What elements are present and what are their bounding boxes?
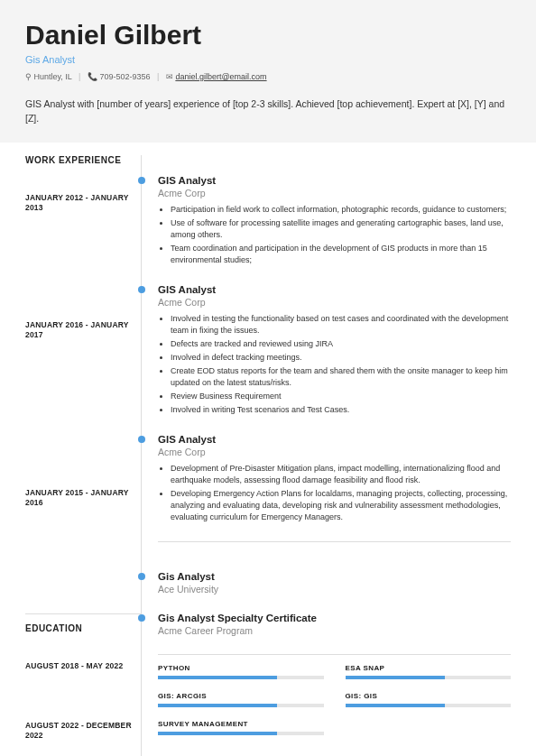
left-column: WORK EXPERIENCEJANUARY 2012 - JANUARY 20… [25, 155, 141, 757]
job-title: GIS Analyst [158, 434, 511, 445]
date-range: JANUARY 2012 - JANUARY 2013 [25, 193, 141, 215]
divider [158, 541, 511, 542]
skill-bar-fill [346, 676, 445, 679]
skill-item: GIS: ARCGIS [158, 692, 324, 707]
bullet-item: Team coordination and participation in t… [171, 243, 511, 266]
bullet-item: Involved in defect tracking meetings. [171, 352, 511, 364]
skill-name: PYTHON [158, 664, 324, 672]
email-link[interactable]: daniel.gilbert@email.com [175, 72, 266, 81]
bullet-list: Development of Pre-Disaster Mitigation p… [158, 463, 511, 523]
bullet-list: Participation in field work to collect i… [158, 204, 511, 266]
skill-bar [346, 676, 512, 679]
section-heading-edu: EDUCATION [25, 623, 141, 633]
edu-title: Gis Analyst [158, 571, 511, 582]
skill-bar-fill [158, 732, 277, 735]
skill-item: GIS: GIS [346, 692, 512, 707]
timeline-dot [138, 286, 145, 293]
bullet-item: Involved in testing the functionality ba… [171, 313, 511, 337]
content: WORK EXPERIENCEJANUARY 2012 - JANUARY 20… [0, 143, 536, 757]
company-name: Acme Corp [158, 447, 511, 457]
date-range: AUGUST 2022 - DECEMBER 2022 [25, 721, 141, 742]
skill-name: SURVEY MANAGEMENT [158, 720, 324, 728]
company-name: Acme Corp [158, 188, 511, 198]
skill-name: GIS: GIS [346, 692, 512, 700]
job-title: GIS Analyst [158, 175, 511, 186]
skill-bar [158, 704, 324, 707]
person-name: Daniel Gilbert [25, 20, 511, 51]
bullet-item: Developing Emergency Action Plans for lo… [171, 488, 511, 523]
divider [158, 654, 511, 655]
timeline-dot [138, 573, 145, 580]
skill-item: PYTHON [158, 664, 324, 679]
job-title-header: Gis Analyst [25, 54, 511, 65]
bullet-item: Defects are tracked and reviewed using J… [171, 338, 511, 350]
timeline-dot [138, 436, 145, 443]
divider [25, 613, 141, 614]
section-heading-work: WORK EXPERIENCE [25, 155, 141, 165]
right-column: GIS Analyst Acme Corp Participation in f… [141, 155, 511, 757]
mail-icon: ✉ [166, 72, 173, 81]
timeline-dot [138, 177, 145, 184]
bullet-list: Involved in testing the functionality ba… [158, 313, 511, 416]
bullet-item: Participation in field work to collect i… [171, 204, 511, 216]
phone-icon: 📞 [88, 72, 97, 81]
skill-bar [158, 732, 324, 735]
bullet-item: Development of Pre-Disaster Mitigation p… [171, 463, 511, 486]
bullet-item: Use of software for processing satellite… [171, 217, 511, 241]
skill-item: ESA SNAP [346, 664, 512, 679]
date-range: AUGUST 2018 - MAY 2022 [25, 661, 141, 672]
skill-item: SURVEY MANAGEMENT [158, 720, 324, 735]
bullet-item: Review Business Requirement [171, 391, 511, 402]
job-title: GIS Analyst [158, 284, 511, 295]
skill-bar [158, 676, 324, 679]
contact-line: ⚲ Huntley, IL | 📞 709-502-9356 | ✉ danie… [25, 72, 511, 81]
date-range: JANUARY 2015 - JANUARY 2016 [25, 488, 141, 510]
timeline-dot [138, 614, 145, 622]
skill-bar-fill [346, 704, 445, 707]
bullet-item: Involved in writing Test scenarios and T… [171, 404, 511, 416]
pin-icon: ⚲ [25, 72, 32, 81]
skills-grid: PYTHON ESA SNAP GIS: ARCGIS GIS: GIS SUR… [158, 664, 511, 735]
separator: | [157, 72, 159, 81]
header: Daniel Gilbert Gis Analyst ⚲ Huntley, IL… [0, 0, 536, 97]
skill-name: ESA SNAP [346, 664, 512, 672]
separator: | [79, 72, 80, 81]
bullet-item: Create EOD status reports for the team a… [171, 365, 511, 389]
skill-name: GIS: ARCGIS [158, 692, 324, 700]
date-range: JANUARY 2016 - JANUARY 2017 [25, 320, 141, 342]
company-name: Acme Corp [158, 297, 511, 308]
location-text: Huntley, IL [34, 72, 72, 81]
skill-bar-fill [158, 676, 277, 679]
summary-text: GIS Analyst with [number of years] exper… [0, 97, 536, 143]
edu-title: Gis Analyst Specialty Certificate [158, 613, 511, 623]
school-name: Ace University [158, 584, 511, 595]
school-name: Acme Career Program [158, 625, 511, 636]
phone-text: 709-502-9356 [99, 72, 150, 81]
skill-bar [346, 704, 512, 707]
skill-bar-fill [158, 704, 277, 707]
